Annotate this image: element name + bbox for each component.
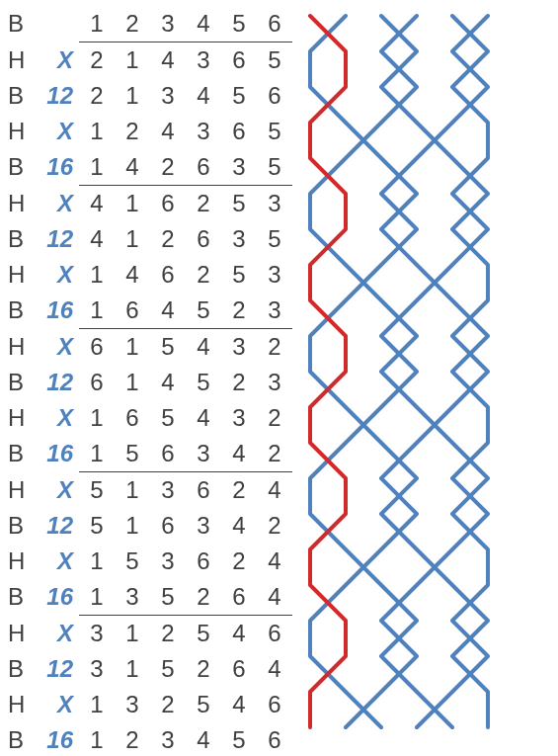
perm-cell: 4 [186,400,221,436]
table-row: HX146253 [6,257,292,293]
table-row: B12213456 [6,78,292,114]
perm-cell: 1 [79,400,115,436]
perm-cell: 2 [150,616,186,652]
perm-cell: 6 [257,78,292,114]
row-label: B [6,365,30,400]
perm-cell: 4 [115,149,150,186]
row-label: H [6,687,30,722]
table-row: HX312546 [6,616,292,652]
perm-cell: 2 [186,579,221,616]
perm-cell: 2 [150,149,186,186]
call-cell: 16 [30,149,79,186]
perm-cell: 1 [115,472,150,509]
row-label: B [6,78,30,114]
perm-cell: 2 [79,42,115,79]
row-label: B [6,293,30,329]
perm-cell: 1 [115,365,150,400]
col-header-1: 1 [79,6,115,42]
row-label: H [6,329,30,366]
row-label: H [6,472,30,509]
perm-cell: 4 [257,579,292,616]
bell-path-6 [310,16,488,727]
perm-cell: 4 [186,722,221,756]
row-label: H [6,544,30,579]
call-cell: X [30,472,79,509]
row-label: B [6,436,30,472]
perm-cell: 2 [115,722,150,756]
table-row: B16156342 [6,436,292,472]
perm-cell: 3 [186,508,221,544]
perm-cell: 3 [221,400,257,436]
perm-cell: 6 [221,651,257,687]
table-row: HX132546 [6,687,292,722]
perm-cell: 5 [221,257,257,293]
perm-cell: 3 [115,579,150,616]
perm-cell: 1 [115,42,150,79]
call-cell: X [30,114,79,149]
perm-cell: 6 [186,472,221,509]
perm-cell: 2 [257,329,292,366]
perm-cell: 3 [186,114,221,149]
call-cell: 16 [30,722,79,756]
perm-cell: 1 [115,651,150,687]
perm-cell: 4 [221,616,257,652]
table-row: B12315264 [6,651,292,687]
perm-cell: 6 [221,579,257,616]
call-cell: X [30,544,79,579]
perm-cell: 5 [221,722,257,756]
perm-cell: 5 [150,579,186,616]
perm-cell: 3 [257,365,292,400]
perm-cell: 2 [257,436,292,472]
perm-cell: 1 [79,114,115,149]
call-cell: X [30,186,79,222]
bell-path-3 [310,16,488,727]
table-row: HX214365 [6,42,292,79]
row-label: B [6,579,30,616]
perm-cell: 5 [257,114,292,149]
perm-cell: 5 [221,78,257,114]
perm-cell: 5 [150,329,186,366]
perm-cell: 4 [150,293,186,329]
perm-cell: 6 [221,114,257,149]
bell-path-highlight [310,16,346,727]
perm-cell: 4 [186,329,221,366]
perm-cell: 2 [115,114,150,149]
call-cell: 16 [30,436,79,472]
perm-cell: 2 [221,365,257,400]
perm-cell: 5 [79,472,115,509]
perm-cell: 5 [186,616,221,652]
perm-cell: 4 [79,221,115,257]
perm-cell: 6 [79,365,115,400]
perm-cell: 6 [115,400,150,436]
perm-cell: 1 [115,616,150,652]
perm-cell: 2 [221,544,257,579]
perm-cell: 4 [150,365,186,400]
perm-cell: 2 [186,257,221,293]
perm-cell: 5 [79,508,115,544]
table-row: B16123456 [6,722,292,756]
perm-cell: 4 [115,257,150,293]
permutation-table: B123456HX214365B12213456HX124365B1614263… [6,6,292,756]
perm-cell: 1 [115,508,150,544]
perm-cell: 1 [115,186,150,222]
perm-cell: 6 [186,544,221,579]
row-label: H [6,186,30,222]
call-cell: X [30,616,79,652]
perm-cell: 6 [257,687,292,722]
perm-cell: 4 [221,508,257,544]
perm-cell: 5 [150,400,186,436]
row-label: H [6,42,30,79]
perm-cell: 1 [79,149,115,186]
perm-cell: 2 [257,400,292,436]
bell-path-2 [310,16,488,727]
perm-cell: 5 [257,221,292,257]
perm-cell: 2 [150,687,186,722]
perm-cell: 3 [257,186,292,222]
perm-cell: 2 [257,508,292,544]
call-cell: X [30,400,79,436]
perm-cell: 2 [186,186,221,222]
row-label: B [6,149,30,186]
row-label: H [6,257,30,293]
table-row: HX615432 [6,329,292,366]
perm-cell: 1 [79,579,115,616]
